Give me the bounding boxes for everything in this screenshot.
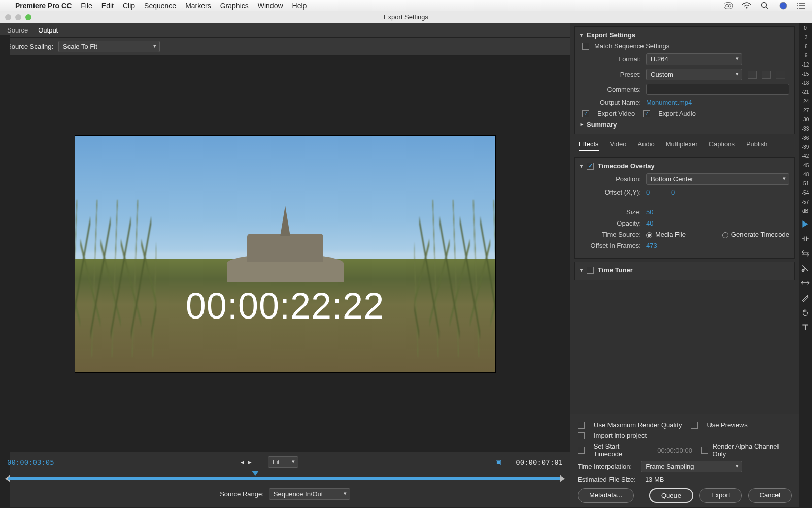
tab-effects[interactable]: Effects — [579, 140, 599, 151]
export-settings-heading: Export Settings — [587, 31, 635, 39]
cc-icon[interactable] — [724, 1, 733, 10]
start-tc-value[interactable]: 00:00:00:00 — [657, 447, 692, 454]
delete-preset-icon[interactable] — [776, 71, 785, 79]
export-settings-section: ▾Export Settings Match Sequence Settings… — [574, 26, 795, 134]
opacity-label: Opacity: — [580, 219, 641, 227]
source-scaling-dropdown[interactable]: Scale To Fit — [58, 41, 160, 52]
menubar-app[interactable]: Premiere Pro CC — [15, 2, 72, 10]
size-label: Size: — [580, 208, 641, 216]
time-tuner-section: ▾ Time Tuner — [574, 262, 795, 280]
save-preset-icon[interactable] — [748, 71, 757, 79]
tool-type-icon[interactable] — [801, 323, 810, 332]
timeline-scrubber[interactable] — [7, 473, 563, 483]
tool-play-icon[interactable] — [801, 219, 810, 229]
position-dropdown[interactable]: Bottom Center — [646, 173, 789, 185]
preset-dropdown[interactable]: Custom — [646, 69, 742, 80]
tab-video[interactable]: Video — [610, 140, 627, 151]
source-range-dropdown[interactable]: Sequence In/Out — [269, 488, 350, 500]
tool-hand-icon[interactable] — [801, 308, 810, 317]
settings-tabs: Effects Video Audio Multiplexer Captions… — [570, 137, 799, 154]
opacity-value[interactable]: 40 — [646, 219, 666, 227]
wifi-icon[interactable] — [742, 1, 751, 10]
menu-window[interactable]: Window — [258, 2, 283, 10]
size-value[interactable]: 50 — [646, 208, 666, 216]
offset-x-value[interactable]: 0 — [646, 188, 666, 196]
format-dropdown[interactable]: H.264 — [646, 53, 742, 65]
tab-captions[interactable]: Captions — [709, 140, 735, 151]
svg-point-4 — [762, 2, 767, 7]
spotlight-icon[interactable] — [760, 1, 769, 10]
metadata-button[interactable]: Metadata... — [578, 488, 634, 503]
tab-audio[interactable]: Audio — [638, 140, 655, 151]
max-quality-checkbox[interactable] — [578, 422, 585, 429]
time-interpolation-dropdown[interactable]: Frame Sampling — [641, 461, 742, 472]
menu-help[interactable]: Help — [292, 2, 307, 10]
tab-publish[interactable]: Publish — [746, 140, 768, 151]
cancel-button[interactable]: Cancel — [748, 488, 792, 503]
step-back-icon[interactable]: ◂ — [241, 458, 244, 466]
output-name-link[interactable]: Monument.mp4 — [646, 99, 692, 106]
chevron-down-icon[interactable]: ▾ — [580, 32, 583, 38]
generate-tc-label: Generate Timecode — [731, 231, 789, 238]
tab-output[interactable]: Output — [38, 26, 58, 34]
tool-ripple-icon[interactable] — [801, 234, 810, 243]
tab-multiplexer[interactable]: Multiplexer — [666, 140, 698, 151]
output-name-label: Output Name: — [580, 99, 641, 106]
import-preset-icon[interactable] — [762, 71, 771, 79]
chevron-down-icon[interactable]: ▾ — [580, 267, 583, 273]
svg-point-1 — [726, 4, 728, 7]
safe-margins-icon[interactable]: ▣ — [495, 458, 501, 466]
zoom-fit-dropdown[interactable]: Fit — [268, 456, 298, 468]
svg-point-3 — [746, 7, 748, 8]
menu-file[interactable]: File — [81, 2, 92, 10]
offset-frames-value[interactable]: 473 — [646, 242, 666, 249]
export-video-checkbox[interactable] — [582, 110, 589, 117]
playhead-timecode[interactable]: 00:00:03:05 — [7, 458, 54, 466]
set-start-tc-label: Set Start Timecode — [594, 442, 649, 458]
import-project-checkbox[interactable] — [578, 432, 585, 439]
export-audio-checkbox[interactable] — [643, 110, 650, 117]
match-sequence-checkbox[interactable] — [582, 43, 589, 50]
playhead-icon[interactable] — [252, 471, 259, 476]
offset-y-value[interactable]: 0 — [671, 188, 692, 196]
use-previews-label: Use Previews — [707, 421, 747, 429]
tool-pen-icon[interactable] — [801, 293, 810, 302]
menu-sequence[interactable]: Sequence — [144, 2, 176, 10]
svg-point-13 — [797, 8, 798, 9]
preview-subject — [227, 216, 344, 282]
siri-icon[interactable] — [779, 1, 788, 10]
tool-slide-icon[interactable] — [801, 278, 810, 288]
media-file-radio[interactable] — [646, 232, 652, 238]
queue-button[interactable]: Queue — [649, 488, 693, 503]
timecode-overlay-checkbox[interactable] — [587, 163, 594, 170]
duration-timecode: 00:00:07:01 — [516, 458, 563, 466]
menu-edit[interactable]: Edit — [101, 2, 114, 10]
render-alpha-checkbox[interactable] — [701, 447, 708, 454]
menu-clip[interactable]: Clip — [123, 2, 135, 10]
tab-source[interactable]: Source — [7, 26, 28, 34]
est-size-label: Estimated File Size: — [578, 475, 636, 483]
chevron-right-icon[interactable]: ▾ — [579, 123, 584, 126]
chevron-down-icon[interactable]: ▾ — [580, 163, 583, 169]
menu-list-icon[interactable] — [797, 1, 806, 10]
import-project-label: Import into project — [594, 432, 647, 439]
window-title: Export Settings — [0, 13, 812, 21]
tool-slip-icon[interactable] — [801, 249, 810, 258]
generate-tc-radio[interactable] — [722, 232, 728, 238]
media-file-label: Media File — [655, 231, 686, 238]
menu-markers[interactable]: Markers — [185, 2, 211, 10]
menu-graphics[interactable]: Graphics — [220, 2, 249, 10]
use-previews-checkbox[interactable] — [691, 422, 698, 429]
set-start-tc-checkbox[interactable] — [578, 447, 585, 454]
source-scaling-label: Source Scaling: — [7, 43, 53, 50]
render-alpha-label: Render Alpha Channel Only — [713, 442, 792, 458]
step-forward-icon[interactable]: ▸ — [248, 458, 252, 466]
tool-razor-icon[interactable] — [801, 264, 810, 273]
video-preview: 00:00:22:22 — [75, 135, 496, 373]
time-tuner-checkbox[interactable] — [587, 267, 594, 274]
summary-heading[interactable]: Summary — [587, 121, 617, 129]
position-label: Position: — [580, 175, 641, 183]
export-button[interactable]: Export — [699, 488, 742, 503]
timecode-overlay-value: 00:00:22:22 — [75, 285, 495, 327]
comments-input[interactable] — [646, 84, 789, 95]
